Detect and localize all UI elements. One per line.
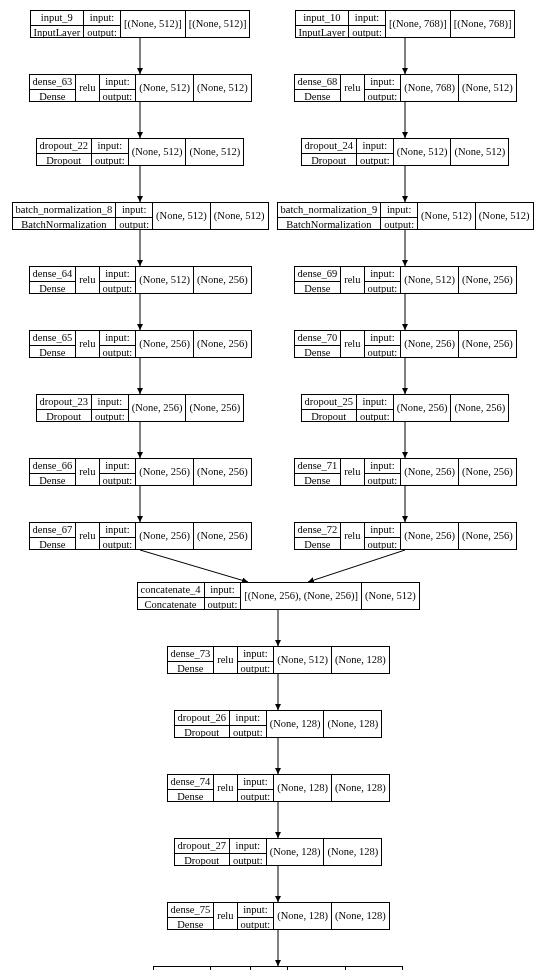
input-shape: (None, 512) — [129, 139, 186, 165]
input-shape: (None, 128) — [267, 839, 324, 865]
input-shape: (None, 512) — [136, 267, 193, 293]
io-label-input: input: — [205, 583, 241, 598]
io-label-output: output: — [100, 346, 136, 360]
io-label-input: input: — [238, 647, 274, 662]
output-shape: (None, 512) — [186, 139, 243, 165]
svg-line-16 — [140, 550, 248, 582]
layer-name: dropout_22 — [37, 139, 91, 154]
layer-node: dropout_22Dropoutinput:output:(None, 512… — [36, 138, 245, 166]
output-shape: (None, 512) — [211, 203, 268, 229]
layer-node: dense_66Densereluinput:output:(None, 256… — [29, 458, 252, 486]
layer-name: batch_normalization_8 — [13, 203, 116, 218]
io-label-output: output: — [357, 154, 393, 168]
layer-name: dropout_23 — [37, 395, 91, 410]
layer-type: BatchNormalization — [278, 218, 381, 232]
layer-type: Dense — [295, 346, 341, 360]
output-shape: (None, 256) — [194, 459, 251, 485]
io-label-output: output: — [381, 218, 417, 232]
layer-node: dense_73Densereluinput:output:(None, 512… — [167, 646, 390, 674]
layer-name: input_9 — [31, 11, 84, 26]
layer-name: dropout_26 — [175, 711, 229, 726]
io-label-input: input: — [238, 903, 274, 918]
output-shape: (None, 256) — [459, 523, 516, 549]
layer-name: dense_75 — [168, 903, 214, 918]
io-label-output: output: — [92, 154, 128, 168]
layer-name: dense_63 — [30, 75, 76, 90]
io-label-input: input: — [349, 11, 385, 26]
input-shape: (None, 512) — [136, 75, 193, 101]
layer-node: dense_64Densereluinput:output:(None, 512… — [29, 266, 252, 294]
layer-activation: relu — [214, 903, 236, 929]
input-shape: (None, 512) — [418, 203, 475, 229]
output-shape: (None, 256) — [186, 395, 243, 421]
io-label-input: input: — [84, 11, 120, 26]
io-label-output: output: — [205, 598, 241, 612]
io-label-output: output: — [100, 474, 136, 488]
io-label-output: output: — [365, 474, 401, 488]
output-shape: [(None, 768)] — [451, 11, 515, 37]
layer-name: dropout_27 — [175, 839, 229, 854]
input-shape: (None, 256) — [394, 395, 451, 421]
input-shape: (None, 512) — [153, 203, 210, 229]
layer-node: dropout_25Dropoutinput:output:(None, 256… — [301, 394, 510, 422]
io-label-output: output: — [230, 854, 266, 868]
layer-name: dense_66 — [30, 459, 76, 474]
layer-node: input_10InputLayerinput:output:[(None, 7… — [295, 10, 516, 38]
input-shape: (None, 128) — [267, 711, 324, 737]
io-label-output: output: — [100, 90, 136, 104]
layer-node: dense_69Densereluinput:output:(None, 512… — [294, 266, 517, 294]
output-shape: (None, 128) — [332, 775, 389, 801]
layer-activation: relu — [76, 267, 98, 293]
io-label-output: output: — [116, 218, 152, 232]
io-label-input: input: — [365, 523, 401, 538]
svg-line-17 — [308, 550, 405, 582]
io-label-input: input: — [100, 331, 136, 346]
layer-name: dense_74 — [168, 775, 214, 790]
io-label-input: input: — [100, 75, 136, 90]
io-label-output: output: — [92, 410, 128, 424]
output-shape: (None, 256) — [194, 523, 251, 549]
io-label-output: output: — [238, 790, 274, 804]
io-label-input: input: — [365, 331, 401, 346]
io-label-output: output: — [230, 726, 266, 740]
layer-node: concatenate_4Concatenateinput:output:[(N… — [137, 582, 420, 610]
output-shape: (None, 256) — [459, 331, 516, 357]
layer-activation: relu — [76, 75, 98, 101]
io-label-input: input: — [100, 267, 136, 282]
io-label-input: input: — [92, 139, 128, 154]
output-shape: (None, 128) — [332, 647, 389, 673]
layer-node: dense_layerDensesoftmaxinput:output:(Non… — [153, 966, 404, 970]
io-label-input: input: — [230, 711, 266, 726]
layer-activation: relu — [341, 459, 363, 485]
input-shape: (None, 128) — [274, 775, 331, 801]
layer-type: Dense — [168, 662, 214, 676]
input-shape: (None, 768) — [401, 75, 458, 101]
output-shape: (None, 512) — [451, 139, 508, 165]
model-diagram: { "diagram": { "type": "neural-network-a… — [0, 0, 556, 970]
layer-name: input_10 — [296, 11, 349, 26]
layer-type: Dense — [168, 790, 214, 804]
layer-name: batch_normalization_9 — [278, 203, 381, 218]
layer-node: dense_74Densereluinput:output:(None, 128… — [167, 774, 390, 802]
layer-type: Dropout — [302, 410, 356, 424]
layer-name: dense_68 — [295, 75, 341, 90]
layer-type: BatchNormalization — [13, 218, 116, 232]
output-shape: [(None, 512)] — [186, 11, 250, 37]
layer-activation: relu — [76, 331, 98, 357]
input-shape: (None, 256) — [136, 331, 193, 357]
io-label-output: output: — [84, 26, 120, 40]
input-shape: [(None, 256), (None, 256)] — [241, 583, 361, 609]
input-shape: (None, 512) — [401, 267, 458, 293]
input-shape: [(None, 768)] — [386, 11, 450, 37]
io-label-input: input: — [357, 139, 393, 154]
layer-type: Dense — [295, 474, 341, 488]
input-shape: [(None, 512)] — [121, 11, 185, 37]
layer-activation: relu — [76, 523, 98, 549]
io-label-input: input: — [365, 75, 401, 90]
layer-node: dense_65Densereluinput:output:(None, 256… — [29, 330, 252, 358]
layer-node: batch_normalization_8BatchNormalizationi… — [12, 202, 269, 230]
layer-name: dense_65 — [30, 331, 76, 346]
layer-activation: relu — [76, 459, 98, 485]
io-label-input: input: — [116, 203, 152, 218]
layer-type: Dropout — [302, 154, 356, 168]
